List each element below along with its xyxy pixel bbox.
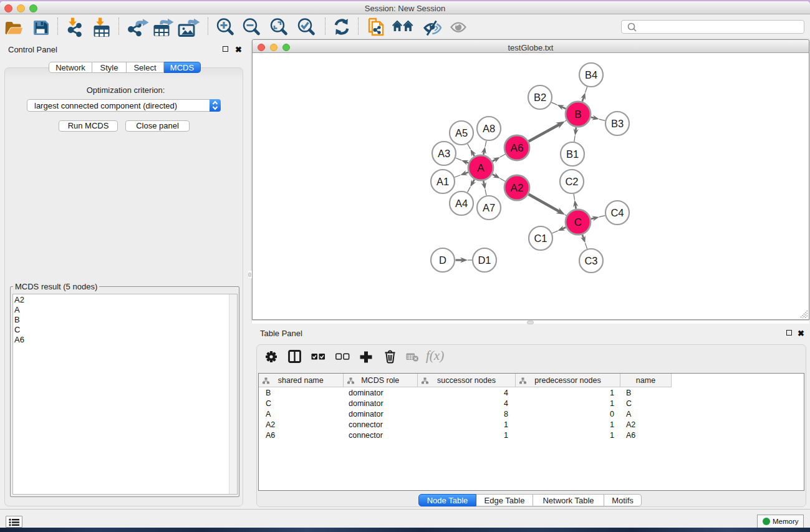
- svg-text:A3: A3: [438, 148, 450, 159]
- svg-text:C4: C4: [610, 207, 624, 218]
- svg-text:A2: A2: [511, 182, 524, 194]
- svg-text:C: C: [574, 216, 582, 228]
- svg-text:B2: B2: [534, 92, 546, 103]
- svg-text:D1: D1: [478, 254, 491, 266]
- svg-text:A6: A6: [511, 142, 524, 154]
- svg-text:D: D: [439, 254, 446, 266]
- svg-text:A7: A7: [483, 202, 495, 213]
- svg-text:A: A: [477, 162, 485, 174]
- svg-text:B: B: [574, 109, 581, 120]
- svg-text:C3: C3: [584, 255, 597, 266]
- svg-text:B4: B4: [585, 69, 597, 80]
- svg-text:A8: A8: [483, 123, 495, 134]
- svg-text:A5: A5: [455, 127, 468, 138]
- svg-text:C1: C1: [534, 233, 547, 244]
- svg-text:B3: B3: [611, 118, 624, 129]
- svg-text:B1: B1: [566, 148, 579, 160]
- svg-text:A1: A1: [436, 176, 449, 187]
- svg-text:C2: C2: [565, 176, 578, 187]
- svg-text:A4: A4: [455, 198, 468, 209]
